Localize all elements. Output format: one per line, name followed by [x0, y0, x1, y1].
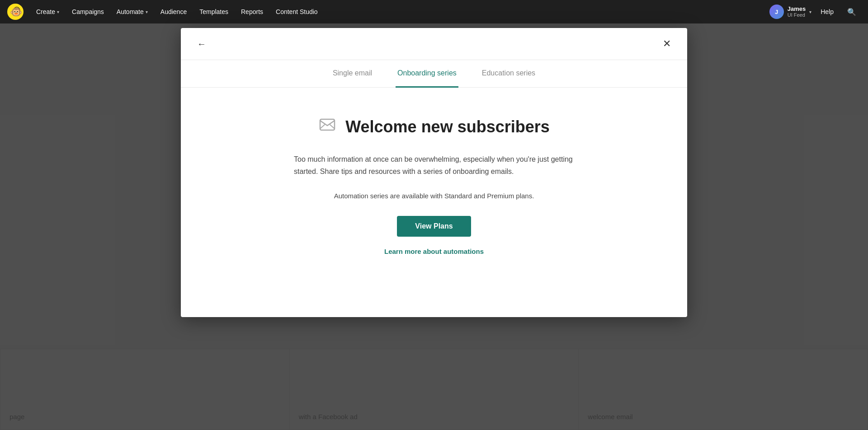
modal-overlay: ← ✕ Single email Onboarding series Educa… — [0, 23, 868, 430]
modal-tabs: Single email Onboarding series Education… — [181, 60, 687, 88]
mailchimp-logo[interactable]: 🐵 — [7, 4, 24, 20]
svg-rect-6 — [320, 119, 335, 130]
modal-header: ← ✕ — [181, 28, 687, 60]
tab-onboarding-series[interactable]: Onboarding series — [396, 60, 458, 88]
close-button[interactable]: ✕ — [659, 37, 675, 51]
user-chevron-icon[interactable]: ▾ — [809, 9, 811, 14]
nav-templates[interactable]: Templates — [194, 5, 234, 18]
avatar: J — [769, 5, 784, 19]
user-name: James — [788, 5, 806, 13]
nav-content-studio[interactable]: Content Studio — [270, 5, 323, 18]
nav-audience[interactable]: Audience — [155, 5, 192, 18]
nav-campaigns[interactable]: Campaigns — [66, 5, 109, 18]
svg-line-8 — [330, 125, 335, 129]
automate-chevron: ▾ — [146, 9, 148, 14]
create-chevron: ▾ — [57, 9, 59, 14]
modal-body: Welcome new subscribers Too much informa… — [181, 88, 687, 317]
nav-automate[interactable]: Automate ▾ — [111, 5, 153, 18]
back-button[interactable]: ← — [193, 37, 210, 50]
help-link[interactable]: Help — [815, 5, 839, 18]
nav-create[interactable]: Create ▾ — [31, 5, 65, 18]
search-icon[interactable]: 🔍 — [843, 5, 861, 19]
modal-title-text: Welcome new subscribers — [345, 117, 550, 136]
email-series-icon — [318, 115, 338, 139]
navbar: 🐵 Create ▾ Campaigns Automate ▾ Audience… — [0, 0, 868, 23]
nav-reports[interactable]: Reports — [236, 5, 269, 18]
user-info: James UI Feed — [788, 5, 806, 19]
modal-note: Automation series are available with Sta… — [334, 192, 534, 200]
view-plans-button[interactable]: View Plans — [397, 216, 471, 237]
modal-description: Too much information at once can be over… — [294, 153, 574, 178]
svg-text:🐵: 🐵 — [10, 6, 23, 18]
tab-single-email[interactable]: Single email — [331, 60, 374, 88]
tab-education-series[interactable]: Education series — [480, 60, 537, 88]
svg-line-7 — [320, 125, 325, 129]
learn-more-link[interactable]: Learn more about automations — [384, 248, 484, 255]
modal-dialog: ← ✕ Single email Onboarding series Educa… — [181, 28, 687, 317]
user-sub: UI Feed — [788, 12, 806, 18]
modal-title-area: Welcome new subscribers — [318, 115, 550, 139]
